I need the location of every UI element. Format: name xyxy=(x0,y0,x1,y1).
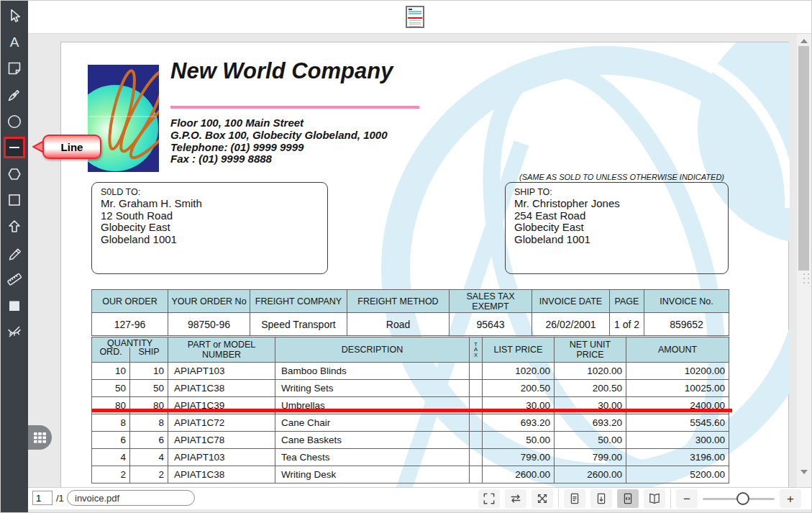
zoom-in-button[interactable]: + xyxy=(780,489,801,508)
text-icon: A xyxy=(6,34,23,51)
order-header-cell: YOUR ORDER No xyxy=(168,290,250,313)
line-annotation[interactable] xyxy=(91,409,732,412)
sold-to-line: Globecity East xyxy=(101,222,327,234)
ruler-icon xyxy=(6,271,23,288)
fit-page-button[interactable] xyxy=(532,489,553,508)
ship-to-note: (SAME AS SOLD TO UNLESS OTHERWISE INDICA… xyxy=(505,173,729,181)
window-bottom-strip xyxy=(28,509,812,513)
page-number-input[interactable] xyxy=(32,491,53,505)
tool-hide-annotations-button[interactable] xyxy=(1,319,28,345)
order-header-cell: INVOICE No. xyxy=(644,290,729,313)
view-scroll-button[interactable] xyxy=(590,489,612,508)
thumb-red-line xyxy=(408,17,422,19)
line-icon xyxy=(7,140,22,155)
items-header-cell: PART or MODEL NUMBER xyxy=(168,337,275,363)
eye-off-icon xyxy=(6,323,23,340)
tool-rectangle-button[interactable] xyxy=(1,187,28,214)
order-value-cell: 95643 xyxy=(450,313,532,336)
order-value-cell: Speed Transport xyxy=(250,313,347,336)
item-row: 4 4 APIAPT103 Tea Chests 799.00 799.00 3… xyxy=(92,449,729,466)
tool-sticky-note-button[interactable] xyxy=(1,55,28,82)
company-address: Floor 100, 100 Main Street G.P.O. Box 10… xyxy=(170,117,388,165)
highlighter-icon xyxy=(6,245,23,262)
toolbar-divider xyxy=(670,489,671,508)
address-line: Telephone: (01) 9999 9999 xyxy=(170,142,388,154)
items-header-cell: NET UNIT PRICE xyxy=(555,337,626,363)
sold-to-line: Mr. Graham H. Smith xyxy=(101,198,327,210)
sold-to-line: 12 South Road xyxy=(101,210,327,222)
order-header-cell: SALES TAX EXEMPT xyxy=(450,290,532,313)
sticky-note-icon xyxy=(6,60,23,77)
order-value-cell: 1 of 2 xyxy=(610,313,644,336)
resize-grip[interactable] xyxy=(802,250,811,283)
document-icon xyxy=(567,491,582,506)
tool-line-button[interactable] xyxy=(1,135,28,161)
items-header-cell: LIST PRICE xyxy=(483,337,555,363)
tool-pointer-button[interactable] xyxy=(1,3,28,29)
fit-screen-button[interactable] xyxy=(478,489,500,508)
item-row: 6 6 APIAT1C78 Cane Baskets 50.00 50.00 3… xyxy=(92,432,729,449)
order-header-cell: FREIGHT METHOD xyxy=(347,290,450,313)
ship-to-line: Globeland 1001 xyxy=(514,234,728,246)
item-row: 8 8 APIAT1C72 Cane Chair 693.20 693.20 5… xyxy=(92,414,729,432)
svg-text:A: A xyxy=(10,35,19,50)
zoom-slider-knob[interactable] xyxy=(736,492,749,505)
minus-icon: − xyxy=(683,493,690,505)
tool-arrow-up-button[interactable] xyxy=(1,214,28,240)
zoom-out-button[interactable]: − xyxy=(676,489,698,508)
order-header-cell: FREIGHT COMPANY xyxy=(250,290,347,313)
annotation-toolbar: A xyxy=(1,1,28,513)
order-value-cell: 127-96 xyxy=(92,313,168,336)
ship-to-line: 254 East Road xyxy=(514,210,728,222)
address-line: Floor 100, 100 Main Street xyxy=(170,117,388,130)
pink-rule xyxy=(170,106,419,109)
page-count-label: /1 xyxy=(56,493,64,504)
scroll-down-icon[interactable] xyxy=(800,470,808,474)
order-value-cell: 98750-96 xyxy=(168,313,250,336)
plus-icon: + xyxy=(787,493,794,505)
zoom-slider[interactable] xyxy=(703,489,775,508)
view-single-page-button[interactable] xyxy=(564,489,585,508)
order-value-cell: Road xyxy=(347,313,450,336)
ship-to-line: Globecity East xyxy=(514,222,728,234)
tool-polygon-button[interactable] xyxy=(1,161,28,188)
fullscreen-icon xyxy=(482,491,496,506)
ship-to-label: SHIP TO: xyxy=(514,187,728,197)
ellipse-icon xyxy=(6,113,23,130)
pointer-icon xyxy=(6,7,23,24)
filename-input[interactable] xyxy=(67,490,195,506)
tool-text-button[interactable]: A xyxy=(1,29,28,56)
address-line: Fax : (01) 9999 8888 xyxy=(170,153,388,165)
sold-to-label: S0LD TO: xyxy=(101,187,327,197)
scroll-up-icon[interactable] xyxy=(800,39,808,43)
address-line: G.P.O. Box 100, Globecity Globeland, 100… xyxy=(170,130,388,142)
order-value-cell: 26/02/2001 xyxy=(532,313,610,336)
tool-highlighter-button[interactable] xyxy=(1,240,28,266)
scrollbar-thumb[interactable] xyxy=(798,46,809,271)
view-book-button[interactable] xyxy=(644,489,665,508)
top-bar xyxy=(28,1,812,34)
items-header-cell: AMOUNT xyxy=(626,337,729,363)
tool-ellipse-button[interactable] xyxy=(1,108,28,135)
grid-panel-button[interactable] xyxy=(28,425,52,450)
order-info-table: OUR ORDER YOUR ORDER No FREIGHT COMPANY … xyxy=(91,289,729,336)
items-header-cell: T A X xyxy=(470,337,483,363)
thumb-logo xyxy=(409,9,412,10)
callout-label: Line xyxy=(42,135,101,159)
grid-icon xyxy=(34,432,46,443)
view-code-button[interactable] xyxy=(617,489,639,508)
item-row: 10 10 APIAPT103 Bamboo Blinds 1020.00 10… xyxy=(92,363,729,380)
tool-fountain-pen-button[interactable] xyxy=(1,82,28,109)
fit-width-button[interactable] xyxy=(505,489,526,508)
tool-filled-square-button[interactable] xyxy=(1,293,28,319)
item-row: 2 2 APIAT1C38 Writing Desk 2600.00 2600.… xyxy=(92,466,729,484)
ship-to-line: Mr. Christopher Jones xyxy=(514,198,728,210)
selected-tool-highlight xyxy=(4,137,25,158)
tool-ruler-button[interactable] xyxy=(1,266,28,293)
order-header-cell: OUR ORDER xyxy=(92,290,168,313)
document-arrow-icon xyxy=(594,491,608,506)
rectangle-icon xyxy=(6,191,23,209)
order-value-cell: 859652 xyxy=(644,313,729,336)
items-header-cell: DESCRIPTION xyxy=(275,337,470,363)
page-thumbnail[interactable] xyxy=(406,6,424,28)
